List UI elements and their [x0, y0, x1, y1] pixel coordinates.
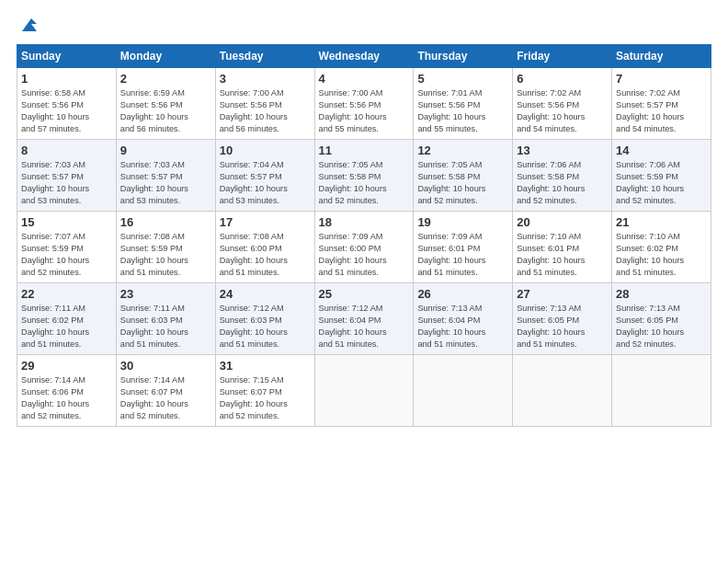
logo: [17, 17, 39, 35]
header-day-thursday: Thursday: [414, 45, 513, 68]
day-number: 11: [319, 144, 410, 157]
header-day-friday: Friday: [513, 45, 612, 68]
day-number: 9: [120, 144, 211, 157]
day-detail: Sunrise: 6:58 AMSunset: 5:56 PMDaylight:…: [21, 87, 112, 135]
day-detail: Sunrise: 7:06 AMSunset: 5:58 PMDaylight:…: [517, 159, 608, 207]
day-number: 5: [417, 72, 508, 86]
day-number: 8: [21, 144, 112, 157]
calendar-week-5: 29Sunrise: 7:14 AMSunset: 6:06 PMDayligh…: [17, 355, 711, 427]
day-number: 20: [517, 215, 608, 229]
day-number: 17: [220, 215, 311, 229]
calendar-cell: 6Sunrise: 7:02 AMSunset: 5:56 PMDaylight…: [513, 68, 612, 140]
day-number: 13: [517, 144, 608, 157]
calendar-cell: 26Sunrise: 7:13 AMSunset: 6:04 PMDayligh…: [414, 283, 513, 355]
calendar-cell: 3Sunrise: 7:00 AMSunset: 5:56 PMDaylight…: [215, 68, 314, 140]
day-number: 12: [417, 144, 508, 157]
calendar-cell: [612, 355, 711, 427]
day-detail: Sunrise: 7:08 AMSunset: 6:00 PMDaylight:…: [220, 231, 311, 279]
day-detail: Sunrise: 7:04 AMSunset: 5:57 PMDaylight:…: [220, 159, 311, 207]
calendar-week-1: 1Sunrise: 6:58 AMSunset: 5:56 PMDaylight…: [17, 68, 711, 140]
calendar-week-3: 15Sunrise: 7:07 AMSunset: 5:59 PMDayligh…: [17, 212, 711, 283]
calendar-cell: 22Sunrise: 7:11 AMSunset: 6:02 PMDayligh…: [17, 283, 117, 355]
header-day-tuesday: Tuesday: [215, 45, 314, 68]
day-detail: Sunrise: 6:59 AMSunset: 5:56 PMDaylight:…: [120, 87, 211, 135]
day-number: 15: [21, 215, 112, 229]
calendar-cell: 31Sunrise: 7:15 AMSunset: 6:07 PMDayligh…: [215, 355, 314, 427]
calendar-cell: 11Sunrise: 7:05 AMSunset: 5:58 PMDayligh…: [314, 140, 414, 212]
day-detail: Sunrise: 7:10 AMSunset: 6:01 PMDaylight:…: [517, 231, 608, 279]
header-day-saturday: Saturday: [612, 45, 711, 68]
day-detail: Sunrise: 7:08 AMSunset: 5:59 PMDaylight:…: [120, 231, 211, 279]
day-detail: Sunrise: 7:13 AMSunset: 6:04 PMDaylight:…: [417, 303, 508, 350]
calendar-table: SundayMondayTuesdayWednesdayThursdayFrid…: [17, 44, 711, 427]
day-number: 23: [120, 287, 211, 301]
calendar-cell: [314, 355, 414, 427]
calendar-cell: 24Sunrise: 7:12 AMSunset: 6:03 PMDayligh…: [215, 283, 314, 355]
calendar-cell: 29Sunrise: 7:14 AMSunset: 6:06 PMDayligh…: [17, 355, 117, 427]
day-detail: Sunrise: 7:13 AMSunset: 6:05 PMDaylight:…: [616, 303, 707, 350]
day-number: 24: [220, 287, 311, 301]
day-number: 1: [21, 72, 112, 86]
day-number: 7: [616, 72, 707, 86]
day-number: 26: [417, 287, 508, 301]
calendar-cell: 28Sunrise: 7:13 AMSunset: 6:05 PMDayligh…: [612, 283, 711, 355]
calendar-cell: 4Sunrise: 7:00 AMSunset: 5:56 PMDaylight…: [314, 68, 414, 140]
day-number: 2: [120, 72, 211, 86]
calendar-cell: 10Sunrise: 7:04 AMSunset: 5:57 PMDayligh…: [215, 140, 314, 212]
calendar-cell: 9Sunrise: 7:03 AMSunset: 5:57 PMDaylight…: [116, 140, 215, 212]
calendar-cell: 18Sunrise: 7:09 AMSunset: 6:00 PMDayligh…: [314, 212, 414, 283]
day-detail: Sunrise: 7:12 AMSunset: 6:04 PMDaylight:…: [319, 303, 410, 350]
header-day-monday: Monday: [116, 45, 215, 68]
calendar-cell: 20Sunrise: 7:10 AMSunset: 6:01 PMDayligh…: [513, 212, 612, 283]
day-detail: Sunrise: 7:14 AMSunset: 6:06 PMDaylight:…: [21, 374, 112, 422]
calendar-header: SundayMondayTuesdayWednesdayThursdayFrid…: [17, 45, 711, 68]
calendar-cell: 5Sunrise: 7:01 AMSunset: 5:56 PMDaylight…: [414, 68, 513, 140]
calendar-cell: 1Sunrise: 6:58 AMSunset: 5:56 PMDaylight…: [17, 68, 117, 140]
day-number: 6: [517, 72, 608, 86]
day-number: 4: [319, 72, 410, 86]
day-number: 3: [220, 72, 311, 86]
header-day-wednesday: Wednesday: [314, 45, 414, 68]
header-day-sunday: Sunday: [17, 45, 117, 68]
calendar-body: 1Sunrise: 6:58 AMSunset: 5:56 PMDaylight…: [17, 68, 711, 427]
calendar-cell: 14Sunrise: 7:06 AMSunset: 5:59 PMDayligh…: [612, 140, 711, 212]
day-number: 27: [517, 287, 608, 301]
calendar-cell: 12Sunrise: 7:05 AMSunset: 5:58 PMDayligh…: [414, 140, 513, 212]
logo-icon: [18, 15, 39, 35]
day-number: 25: [319, 287, 410, 301]
day-detail: Sunrise: 7:01 AMSunset: 5:56 PMDaylight:…: [417, 87, 508, 135]
header-row: SundayMondayTuesdayWednesdayThursdayFrid…: [17, 45, 711, 68]
day-number: 22: [21, 287, 112, 301]
day-number: 28: [616, 287, 707, 301]
svg-marker-0: [22, 18, 37, 31]
day-detail: Sunrise: 7:11 AMSunset: 6:03 PMDaylight:…: [120, 303, 211, 350]
day-number: 29: [21, 359, 112, 373]
calendar-cell: 27Sunrise: 7:13 AMSunset: 6:05 PMDayligh…: [513, 283, 612, 355]
day-detail: Sunrise: 7:05 AMSunset: 5:58 PMDaylight:…: [319, 159, 410, 207]
day-number: 30: [120, 359, 211, 373]
calendar-cell: 16Sunrise: 7:08 AMSunset: 5:59 PMDayligh…: [116, 212, 215, 283]
calendar-week-4: 22Sunrise: 7:11 AMSunset: 6:02 PMDayligh…: [17, 283, 711, 355]
calendar-cell: 21Sunrise: 7:10 AMSunset: 6:02 PMDayligh…: [612, 212, 711, 283]
day-detail: Sunrise: 7:02 AMSunset: 5:57 PMDaylight:…: [616, 87, 707, 135]
calendar-cell: 25Sunrise: 7:12 AMSunset: 6:04 PMDayligh…: [314, 283, 414, 355]
calendar-cell: 23Sunrise: 7:11 AMSunset: 6:03 PMDayligh…: [116, 283, 215, 355]
day-detail: Sunrise: 7:14 AMSunset: 6:07 PMDaylight:…: [120, 374, 211, 422]
calendar-cell: 2Sunrise: 6:59 AMSunset: 5:56 PMDaylight…: [116, 68, 215, 140]
calendar-cell: 15Sunrise: 7:07 AMSunset: 5:59 PMDayligh…: [17, 212, 117, 283]
day-detail: Sunrise: 7:00 AMSunset: 5:56 PMDaylight:…: [319, 87, 410, 135]
day-number: 16: [120, 215, 211, 229]
day-detail: Sunrise: 7:03 AMSunset: 5:57 PMDaylight:…: [21, 159, 112, 207]
page: SundayMondayTuesdayWednesdayThursdayFrid…: [0, 0, 728, 563]
day-detail: Sunrise: 7:02 AMSunset: 5:56 PMDaylight:…: [517, 87, 608, 135]
calendar-cell: [513, 355, 612, 427]
day-detail: Sunrise: 7:11 AMSunset: 6:02 PMDaylight:…: [21, 303, 112, 350]
day-detail: Sunrise: 7:00 AMSunset: 5:56 PMDaylight:…: [220, 87, 311, 135]
day-detail: Sunrise: 7:09 AMSunset: 6:00 PMDaylight:…: [319, 231, 410, 279]
calendar-week-2: 8Sunrise: 7:03 AMSunset: 5:57 PMDaylight…: [17, 140, 711, 212]
day-detail: Sunrise: 7:07 AMSunset: 5:59 PMDaylight:…: [21, 231, 112, 279]
day-number: 10: [220, 144, 311, 157]
day-detail: Sunrise: 7:15 AMSunset: 6:07 PMDaylight:…: [220, 374, 311, 422]
day-number: 21: [616, 215, 707, 229]
day-detail: Sunrise: 7:09 AMSunset: 6:01 PMDaylight:…: [417, 231, 508, 279]
